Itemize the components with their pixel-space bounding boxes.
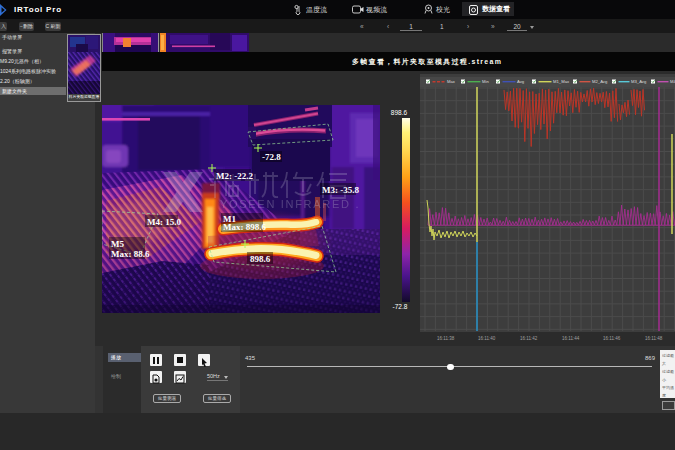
svg-text:M2_Avg: M2_Avg: [592, 79, 608, 84]
svg-text:-72.8: -72.8: [262, 152, 281, 162]
svg-text:M2: -22.2: M2: -22.2: [216, 171, 253, 181]
svg-text:M1_Max: M1_Max: [553, 79, 570, 84]
svg-text:M4: M4: [670, 79, 675, 84]
svg-text:Avg: Avg: [517, 79, 525, 84]
svg-text:Max: Max: [447, 79, 456, 84]
svg-text:Max: 898.6: Max: 898.6: [223, 222, 266, 232]
svg-text:Max: 88.6: Max: 88.6: [111, 249, 150, 259]
svg-text:Min: Min: [482, 79, 489, 84]
svg-text:M5: M5: [111, 239, 124, 249]
svg-text:YOSEEN INFRARED .: YOSEEN INFRARED .: [220, 198, 360, 210]
svg-text:898.6: 898.6: [250, 254, 271, 264]
svg-text:M4: 15.0: M4: 15.0: [147, 217, 181, 227]
svg-text:M3_Avg: M3_Avg: [631, 79, 647, 84]
svg-text:M3: -35.8: M3: -35.8: [322, 185, 359, 195]
